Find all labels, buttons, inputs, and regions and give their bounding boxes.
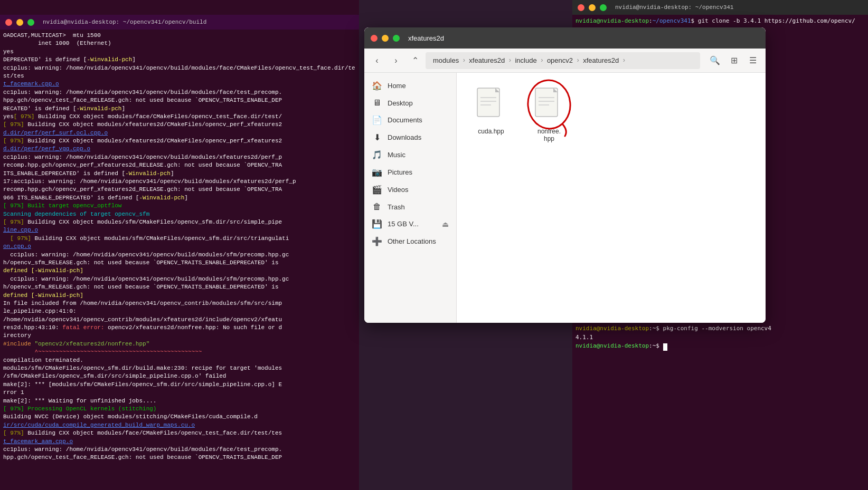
terminal-left-close-dot[interactable] xyxy=(5,19,12,26)
trash-icon: 🗑 xyxy=(372,202,382,212)
breadcrumb-item-xfeatures2d-1[interactable]: xfeatures2d xyxy=(466,55,508,65)
sidebar-item-desktop[interactable]: 🖥 Desktop xyxy=(364,94,456,111)
sidebar-item-documents[interactable]: 📄 Documents xyxy=(364,111,456,129)
fm-close-button[interactable] xyxy=(371,35,378,42)
sidebar-item-downloads-label: Downloads xyxy=(388,133,421,141)
terminal-right-minimize-dot[interactable] xyxy=(589,4,596,11)
terminal-right-bottom-content: nvidia@nvidia-desktop:~$ pkg-config --mo… xyxy=(575,324,865,359)
eject-icon[interactable]: ⏏ xyxy=(442,220,449,228)
fm-toolbar-right-icons: 🔍 ⊞ ☰ xyxy=(706,52,761,69)
music-icon: 🎵 xyxy=(372,150,382,160)
home-icon: 🏠 xyxy=(372,81,382,91)
sidebar-item-pictures-label: Pictures xyxy=(388,168,412,176)
fm-forward-button[interactable]: › xyxy=(388,52,404,69)
sidebar-item-home-label: Home xyxy=(388,82,406,90)
fm-file-content: cuda.hpp xyxy=(457,73,766,323)
terminal-right-close-dot[interactable] xyxy=(578,4,584,11)
videos-icon: 🎬 xyxy=(372,185,382,195)
sidebar-item-drive-label: 15 GB V... xyxy=(388,220,419,228)
fm-maximize-button[interactable] xyxy=(393,35,400,42)
terminal-left-content: OADCAST,MULTICAST> mtu 1500 inet 1000 (E… xyxy=(0,30,359,464)
sidebar-item-music[interactable]: 🎵 Music xyxy=(364,146,456,164)
add-icon: ➕ xyxy=(372,236,382,246)
fm-menu-button[interactable]: ☰ xyxy=(744,52,761,69)
fm-sidebar: 🏠 Home 🖥 Desktop 📄 Documents ⬇ Downloads… xyxy=(364,73,457,323)
sidebar-item-pictures[interactable]: 📷 Pictures xyxy=(364,164,456,181)
sidebar-item-trash-label: Trash xyxy=(388,203,405,211)
pictures-icon: 📷 xyxy=(372,167,382,177)
terminal-left: nvidia@nvidia-desktop: ~/opencv341/openc… xyxy=(0,0,359,490)
drive-icon: 💾 xyxy=(372,219,382,229)
file-manager-window: xfeatures2d ‹ › ⌃ modules › xfeatures2d … xyxy=(364,27,766,323)
breadcrumb-item-include[interactable]: include xyxy=(512,55,540,65)
terminal-right-bottom: nvidia@nvidia-desktop:~$ pkg-config --mo… xyxy=(572,321,868,490)
sidebar-item-other-locations-label: Other Locations xyxy=(388,237,436,245)
terminal-left-maximize-dot[interactable] xyxy=(27,19,34,26)
fm-minimize-button[interactable] xyxy=(382,35,389,42)
svg-rect-5 xyxy=(535,88,558,117)
svg-rect-0 xyxy=(477,88,499,117)
sidebar-item-other-locations[interactable]: ➕ Other Locations xyxy=(364,233,456,250)
file-manager-toolbar: ‹ › ⌃ modules › xfeatures2d › include › … xyxy=(364,49,766,73)
file-manager-title: xfeatures2d xyxy=(408,34,444,42)
file-manager-titlebar: xfeatures2d xyxy=(364,27,766,49)
breadcrumb-item-modules[interactable]: modules xyxy=(430,55,462,65)
terminal-right-top-cmd: nvidia@nvidia-desktop:~/opencv341$ git c… xyxy=(572,15,868,27)
terminal-right-title: nvidia@nvidia-desktop: ~/opencv341 xyxy=(615,4,733,11)
breadcrumb-item-opencv2[interactable]: opencv2 xyxy=(544,55,576,65)
fm-search-button[interactable]: 🔍 xyxy=(706,52,723,69)
desktop-icon: 🖥 xyxy=(372,98,382,108)
cuda-hpp-label: cuda.hpp xyxy=(478,128,504,135)
terminal-left-title: nvidia@nvidia-desktop: ~/opencv341/openc… xyxy=(43,19,206,25)
fm-view-toggle-button[interactable]: ⊞ xyxy=(725,52,742,69)
file-item-cuda-hpp[interactable]: cuda.hpp xyxy=(467,83,515,146)
sidebar-item-downloads[interactable]: ⬇ Downloads xyxy=(364,129,456,146)
terminal-right-maximize-dot[interactable] xyxy=(600,4,607,11)
terminal-left-minimize-dot[interactable] xyxy=(16,19,23,26)
breadcrumb-item-xfeatures2d-2[interactable]: xfeatures2d xyxy=(580,55,622,65)
sidebar-item-home[interactable]: 🏠 Home xyxy=(364,77,456,94)
fm-up-button[interactable]: ⌃ xyxy=(407,52,423,69)
sidebar-item-music-label: Music xyxy=(388,151,405,159)
sidebar-item-videos-label: Videos xyxy=(388,186,409,194)
file-item-nonfree-hpp[interactable]: nonfree.hpp xyxy=(525,83,573,146)
sidebar-item-videos[interactable]: 🎬 Videos xyxy=(364,181,456,198)
documents-icon: 📄 xyxy=(372,115,382,125)
fm-back-button[interactable]: ‹ xyxy=(369,52,385,69)
sidebar-item-trash[interactable]: 🗑 Trash xyxy=(364,198,456,215)
downloads-icon: ⬇ xyxy=(372,132,382,142)
nonfree-hpp-icon xyxy=(532,87,566,124)
fm-main-area: 🏠 Home 🖥 Desktop 📄 Documents ⬇ Downloads… xyxy=(364,73,766,323)
fm-breadcrumb: modules › xfeatures2d › include › opencv… xyxy=(426,52,700,69)
sidebar-item-documents-label: Documents xyxy=(388,116,422,124)
sidebar-item-desktop-label: Desktop xyxy=(388,99,413,107)
sidebar-item-drive[interactable]: 💾 15 GB V... ⏏ xyxy=(364,215,456,233)
cuda-hpp-icon xyxy=(474,87,508,124)
nonfree-hpp-label: nonfree.hpp xyxy=(537,128,561,142)
